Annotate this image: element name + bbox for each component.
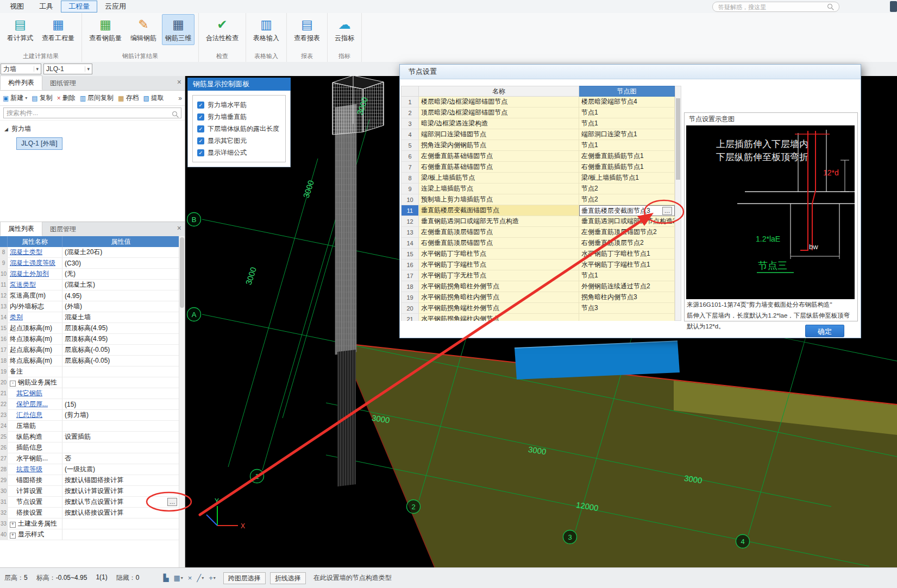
checkbox-checked-icon[interactable]: ✓	[197, 137, 204, 144]
property-row-24[interactable]: 24压墙筋	[0, 421, 179, 432]
node-row-16[interactable]: 16水平钢筋丁字端柱节点水平钢筋丁字端柱节点1	[401, 260, 675, 270]
property-row-9[interactable]: 9混凝土强度等级(C30)	[0, 258, 179, 269]
toolbar-button-提取[interactable]: ▧提取	[143, 93, 164, 103]
node-value-cell[interactable]: 右侧垂直筋插筋节点1	[579, 162, 675, 173]
scrollbar-thumb[interactable]	[676, 98, 680, 180]
ribbon-button-view-calc[interactable]: ▤看计算式	[4, 14, 36, 45]
tab-drawing-manage[interactable]: 图纸管理	[42, 77, 84, 90]
node-value-cell[interactable]: 外侧钢筋连续通过节点2	[579, 281, 675, 292]
property-row-20[interactable]: 20-钢筋业务属性	[0, 377, 179, 388]
grid-tool-icon[interactable]: ▦▾	[173, 574, 183, 582]
node-row-5[interactable]: 5拐角连梁内侧钢筋节点节点1	[401, 140, 675, 151]
property-row-16[interactable]: 16终点顶标高(m)层顶标高(4.95)	[0, 334, 179, 345]
ribbon-button-cloud-index[interactable]: ☁云指标	[331, 14, 357, 45]
ribbon-button-edit-rebar[interactable]: ✎编辑钢筋	[127, 14, 160, 45]
properties-scrollbar[interactable]	[179, 236, 185, 567]
rebar-option[interactable]: ✓显示其它图元	[197, 135, 281, 147]
property-row-17[interactable]: 17起点底标高(m)层底标高(-0.05)	[0, 345, 179, 356]
ribbon-button-table-input[interactable]: ▥表格输入	[250, 14, 283, 45]
node-value-cell[interactable]: 水平钢筋丁字暗柱节点1	[579, 249, 675, 260]
property-row-13[interactable]: 13内/外墙标志(外墙)	[0, 301, 179, 312]
tree-item-jlq1[interactable]: JLQ-1 [外墙]	[16, 137, 62, 150]
node-value-cell[interactable]: 左侧垂直筋插筋节点1	[579, 151, 675, 162]
property-row-26[interactable]: 26插筋信息	[0, 442, 179, 453]
property-row-10[interactable]: 10混凝土外加剂(无)	[0, 269, 179, 280]
statusbar-button-折线选择[interactable]: 折线选择	[270, 572, 306, 584]
toolbar-button-存档[interactable]: ▦存档	[118, 93, 139, 103]
tab-layer-manage[interactable]: 图层管理	[42, 223, 84, 236]
node-value-cell[interactable]: 右侧垂直筋顶层节点2	[579, 238, 675, 249]
menu-tab-工具[interactable]: 工具	[32, 1, 61, 12]
property-row-19[interactable]: 19备注	[0, 366, 179, 377]
rebar-option[interactable]: ✓剪力墙水平筋	[197, 99, 281, 111]
node-row-7[interactable]: 7右侧垂直筋基础锚固节点右侧垂直筋插筋节点1	[401, 162, 675, 173]
menu-tab-云应用[interactable]: 云应用	[97, 1, 134, 12]
ribbon-button-legality-check[interactable]: ✔合法性检查	[203, 14, 242, 45]
expander-icon[interactable]: +	[10, 522, 16, 528]
node-row-14[interactable]: 14右侧垂直筋顶层锚固节点右侧垂直筋顶层节点2	[401, 238, 675, 249]
toolbar-button-复制[interactable]: ▤复制	[32, 93, 52, 103]
property-row-28[interactable]: 28抗震等级(一级抗震)	[0, 464, 179, 475]
node-value-cell[interactable]: 节点1	[579, 270, 675, 281]
node-value-cell[interactable]: 节点2	[579, 194, 675, 205]
menu-tab-工程量[interactable]: 工程量	[61, 1, 97, 12]
property-row-29[interactable]: 29锚固搭接按默认锚固搭接计算	[0, 475, 179, 486]
rebar-option[interactable]: ✓下层墙体纵筋的露出长度	[197, 123, 281, 135]
expander-icon[interactable]: -	[10, 381, 16, 387]
node-value-cell[interactable]: 节点1	[579, 118, 675, 129]
node-value-cell[interactable]: 拐角暗柱内侧节点3	[579, 292, 675, 303]
node-row-9[interactable]: 9连梁上墙插筋节点节点2	[401, 184, 675, 194]
tab-component-list[interactable]: 构件列表	[0, 75, 42, 90]
property-row-12[interactable]: 12泵送高度(m)(4.95)	[0, 290, 179, 301]
tab-property-list[interactable]: 属性列表	[0, 222, 42, 236]
node-value-cell[interactable]: 节点3	[579, 303, 675, 314]
node-row-12[interactable]: 12垂直钢筋遇洞口或端部无节点构造垂直筋遇洞口或端部无节点构造2	[401, 216, 675, 227]
ribbon-button-rebar-3d[interactable]: ▦钢筋三维	[162, 14, 195, 45]
element-type-combo[interactable]: 力墙 ▾	[1, 64, 41, 74]
toolbar-button-新建[interactable]: ▣新建▾	[3, 93, 27, 103]
property-row-11[interactable]: 11泵送类型(混凝土泵)	[0, 280, 179, 290]
node-row-3[interactable]: 3暗梁/边框梁遇连梁构造节点1	[401, 118, 675, 129]
node-row-1[interactable]: 1楼层暗梁/边框梁端部锚固节点楼层暗梁端部节点4	[401, 97, 675, 108]
checkbox-checked-icon[interactable]: ✓	[197, 149, 204, 156]
node-value-cell[interactable]: 垂直筋楼层变截面节点3…	[579, 205, 675, 216]
property-row-25[interactable]: 25纵筋构造设置插筋	[0, 432, 179, 442]
node-row-13[interactable]: 13左侧垂直筋顶层锚固节点左侧垂直筋顶层锚固节点2	[401, 227, 675, 238]
ribbon-button-view-report[interactable]: ▤查看报表	[291, 14, 323, 45]
add-tool-icon[interactable]: +▾	[209, 574, 216, 582]
node-value-cell[interactable]	[579, 314, 675, 321]
header-node-column[interactable]: 节点图	[579, 86, 675, 97]
select-tool-icon[interactable]: ▙	[163, 574, 168, 582]
property-row-27[interactable]: 27水平钢筋...否	[0, 453, 179, 464]
property-row-31[interactable]: 31节点设置按默认节点设置计算…	[0, 497, 179, 508]
node-row-19[interactable]: 19水平钢筋拐角暗柱内侧节点拐角暗柱内侧节点3	[401, 292, 675, 303]
property-row-18[interactable]: 18终点底标高(m)层底标高(-0.05)	[0, 356, 179, 366]
node-value-cell[interactable]: 节点1	[579, 108, 675, 118]
node-row-2[interactable]: 2顶层暗梁/边框梁端部锚固节点节点1	[401, 108, 675, 118]
checkbox-checked-icon[interactable]: ✓	[197, 113, 204, 121]
node-row-4[interactable]: 4端部洞口连梁锚固节点端部洞口连梁节点1	[401, 129, 675, 140]
statusbar-button-跨图层选择[interactable]: 跨图层选择	[223, 572, 266, 584]
node-row-10[interactable]: 10预制墙上剪力墙插筋节点节点2	[401, 194, 675, 205]
rebar-option[interactable]: ✓剪力墙垂直筋	[197, 111, 281, 123]
node-row-15[interactable]: 15水平钢筋丁字暗柱节点水平钢筋丁字暗柱节点1	[401, 249, 675, 260]
help-search[interactable]	[712, 2, 839, 12]
node-row-18[interactable]: 18水平钢筋拐角暗柱外侧节点外侧钢筋连续通过节点2	[401, 281, 675, 292]
dialog-title[interactable]: 节点设置	[400, 65, 861, 79]
expander-icon[interactable]: +	[10, 533, 16, 539]
tree-group-shear-wall[interactable]: ◢ 剪力墙	[4, 124, 180, 134]
toolbar-button-层间复制[interactable]: ▥层间复制	[80, 93, 114, 103]
node-value-cell[interactable]: 端部洞口连梁节点1	[579, 129, 675, 140]
node-value-cell[interactable]: 节点1	[579, 140, 675, 151]
ribbon-button-view-rebar-qty[interactable]: ▦查看钢筋量	[86, 14, 125, 45]
node-value-cell[interactable]: 梁/板上墙插筋节点1	[579, 173, 675, 184]
close-tool-icon[interactable]: ×	[188, 574, 192, 582]
scrollbar-thumb[interactable]	[180, 237, 184, 308]
rebar-option[interactable]: ✓显示详细公式	[197, 147, 281, 159]
ok-button[interactable]: 确定	[805, 325, 844, 337]
node-value-cell[interactable]: 楼层暗梁端部节点4	[579, 97, 675, 108]
property-row-15[interactable]: 15起点顶标高(m)层顶标高(4.95)	[0, 323, 179, 334]
toolbar-overflow-icon[interactable]: »	[178, 94, 182, 102]
checkbox-checked-icon[interactable]: ✓	[197, 102, 204, 109]
component-search-input[interactable]	[3, 108, 181, 118]
